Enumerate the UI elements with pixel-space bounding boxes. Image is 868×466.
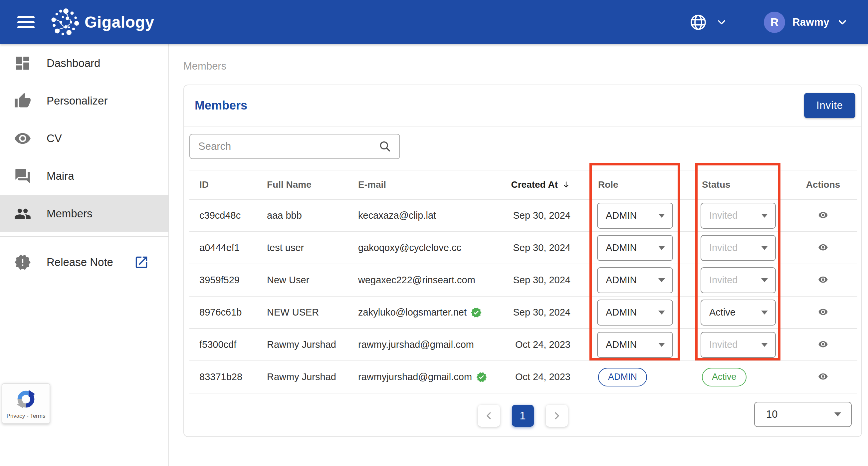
next-page-button[interactable] [546,405,568,427]
view-member-button[interactable] [815,274,831,287]
cell-full-name: Rawmy Jurshad [257,371,348,382]
header-actions: Actions [789,179,857,190]
cell-full-name: New User [257,275,348,286]
header-created-at[interactable]: Created At [507,179,580,190]
cell-created-at: Sep 30, 2024 [507,210,580,221]
chat-icon [14,167,31,185]
header-status: Status [688,179,789,190]
recaptcha-badge[interactable]: Privacy - Terms [2,383,50,424]
status-select[interactable]: Invited [701,267,776,293]
top-navbar: Gigalogy R Rawmy [0,0,868,44]
sidebar-divider [0,236,168,237]
view-member-button[interactable] [815,338,831,351]
role-select[interactable]: ADMIN [597,235,673,261]
view-member-button[interactable] [815,241,831,255]
eye-icon [816,307,830,317]
invite-button[interactable]: Invite [804,93,855,118]
cell-email: zakyluko@logsmarter.net [348,307,507,318]
search-input[interactable] [189,134,400,159]
cell-role: ADMIN [580,332,688,358]
panel-body: ID Full Name E-mail Created At Role Stat… [184,126,861,438]
page-size-select[interactable]: 10 [754,402,852,427]
sidebar-item-label: Release Note [46,256,113,269]
caret-down-icon [761,311,768,315]
role-chip: ADMIN [598,368,647,386]
prev-page-button[interactable] [478,405,500,427]
main-content: Members Members Invite ID [170,44,868,466]
recaptcha-logo-icon [15,388,37,410]
chevron-right-icon [552,411,562,421]
view-member-button[interactable] [815,209,831,222]
recaptcha-privacy-terms: Privacy - Terms [7,413,45,420]
status-select[interactable]: Active [701,300,776,325]
view-member-button[interactable] [815,370,831,384]
sidebar-item-label: Maira [46,170,74,182]
cell-id: 83371b28 [189,371,257,382]
new-release-icon [14,254,31,271]
sidebar-item-label: Dashboard [46,57,100,69]
cell-email: rawmyjurshad@gmail.com [348,371,507,383]
page-number-button[interactable]: 1 [512,405,534,427]
verified-badge-icon [476,371,487,383]
table-row: 8976c61b NEW USER zakyluko@logsmarter.ne… [189,297,857,329]
page: Gigalogy R Rawmy [0,0,868,466]
sidebar-item-members[interactable]: Members [0,195,168,232]
eye-icon [816,339,830,349]
caret-down-icon [761,343,768,347]
role-select[interactable]: ADMIN [597,267,673,293]
role-select[interactable]: ADMIN [597,332,673,358]
members-table: ID Full Name E-mail Created At Role Stat… [189,170,857,394]
navbar-right: R Rawmy [689,12,848,33]
caret-down-icon [658,311,665,315]
sidebar-item-cv[interactable]: CV [0,120,168,157]
cell-actions [789,370,857,384]
cell-actions [789,209,857,222]
cell-actions [789,274,857,287]
avatar: R [764,12,785,33]
cell-status: Invited [688,203,789,229]
search-box [189,134,400,159]
cell-role: ADMIN [580,368,688,386]
cell-id: 8976c61b [189,307,257,318]
eye-icon [816,210,830,220]
status-select[interactable]: Invited [701,235,776,261]
sidebar-item-label: Personalizer [46,95,107,107]
cell-email: rawmy.jurshad@gmail.com [348,339,507,350]
search-icon[interactable] [379,140,392,153]
sidebar-item-release-note[interactable]: Release Note [0,240,168,284]
caret-down-icon [658,214,665,218]
view-member-button[interactable] [815,306,831,319]
cell-created-at: Sep 30, 2024 [507,307,580,318]
cell-email: gakoqoxy@cyclelove.cc [348,242,507,253]
language-switcher[interactable] [689,13,727,31]
user-menu[interactable]: R Rawmy [764,12,848,33]
cell-role: ADMIN [580,235,688,261]
cell-created-at: Sep 30, 2024 [507,275,580,286]
chevron-down-icon [837,17,848,28]
navbar-left: Gigalogy [17,7,154,38]
menu-button[interactable] [17,14,38,31]
status-select[interactable]: Invited [701,332,776,358]
eye-icon [816,242,830,252]
cell-role: ADMIN [580,300,688,325]
sidebar-item-label: Members [46,207,93,220]
cell-id: a0444ef1 [189,242,257,253]
cell-status: Invited [688,267,789,293]
brand[interactable]: Gigalogy [51,7,154,38]
table-row: a0444ef1 test user gakoqoxy@cyclelove.cc… [189,232,857,264]
cell-actions [789,241,857,255]
role-select[interactable]: ADMIN [597,300,673,325]
status-select[interactable]: Invited [701,203,776,229]
cell-full-name: NEW USER [257,307,348,318]
role-select[interactable]: ADMIN [597,203,673,229]
table-header-row: ID Full Name E-mail Created At Role Stat… [189,170,857,200]
globe-icon [689,13,707,31]
open-in-new-icon[interactable] [134,255,149,270]
sidebar-item-dashboard[interactable]: Dashboard [0,44,168,82]
sidebar-item-label: CV [46,132,62,145]
cell-status: Invited [688,235,789,261]
sidebar-item-maira[interactable]: Maira [0,157,168,195]
sidebar-item-personalizer[interactable]: Personalizer [0,82,168,120]
gigalogy-logo-icon [51,7,81,38]
table-row: c39cd48c aaa bbb kecaxaza@clip.lat Sep 3… [189,200,857,232]
